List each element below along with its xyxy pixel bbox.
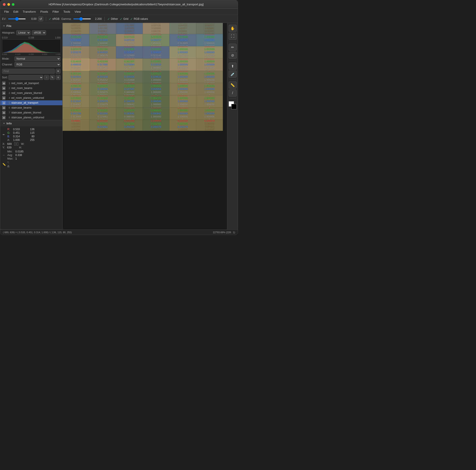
maximize-button[interactable] [12, 3, 15, 6]
image-area[interactable]: 0.30757 0.521115 0.533276 0.539479 0.539… [63, 23, 227, 229]
histogram-max: 1.000 [55, 36, 61, 39]
mode-select[interactable]: Normal Tonemap [15, 56, 61, 61]
pixel-cell-7-5: 1.000000 1.000000 1.000000 1.000000 1 [170, 108, 196, 120]
layer-item-7[interactable]: ▣ 7 staircase_planes_blurred [0, 110, 62, 115]
mode-label: Mode: [2, 57, 13, 60]
pixel-cell-4-2: 0.313989 0.274677 0.250158 0.254152 0.22… [89, 71, 116, 83]
info-angle-row: 📏 °: Δ: [2, 161, 60, 168]
tool-divider-3 [229, 80, 236, 80]
menu-filter[interactable]: Filter [50, 10, 61, 14]
layer-item-1[interactable]: ▣ 1 red_room_all_transport [0, 81, 62, 86]
menu-view[interactable]: View [72, 10, 83, 14]
gamma-slider[interactable] [73, 18, 91, 19]
h-label: H: [19, 146, 22, 149]
pixel-cell: 0.507486 0.344520 0.462077 0.456841 0.46… [170, 23, 196, 34]
pixel-cell-4-3: 0.215861 0.208637 0.155926 0.132868 0.13… [116, 71, 143, 83]
statusbar: ( 689, 639) = ( 0.533, 0.451, 0.314, 1.0… [0, 229, 238, 235]
axis-05: 0.250 [29, 53, 34, 55]
axis-0: 0.000 [2, 53, 7, 55]
find-clear-button[interactable]: ✕ [56, 69, 61, 74]
minimize-button[interactable] [7, 3, 10, 6]
pixel-cell-3-5: 1.000000 1.000000 1.000000 1.000000 1.00… [170, 59, 196, 71]
menu-edit[interactable]: Edit [11, 10, 20, 14]
rgb-values-toggle[interactable]: ✓ RGB values [130, 17, 148, 21]
pixel-cell-4-6: 1 1.000000 1.000000 1.000000 1.000000 [196, 71, 223, 83]
pan-tool-button[interactable]: ✋ [229, 25, 237, 32]
ev-slider[interactable] [8, 18, 26, 19]
close-button[interactable] [3, 3, 6, 6]
min-value: 0.0185 [15, 150, 29, 153]
menu-pixels[interactable]: Pixels [38, 10, 50, 14]
sort-row: Sort: ↑ ✎ ≡ [0, 75, 62, 81]
zoom-fit-button[interactable]: ⛶ [229, 33, 237, 40]
pixel-cell: 0.507486 0.462077 0.456841 0.462077 0.50… [196, 23, 223, 34]
layer-item-8[interactable]: ▣ 8 staircase_planes_unblurred [0, 115, 62, 120]
menu-tools[interactable]: Tools [61, 10, 72, 14]
eraser-tool-button[interactable]: ⊘ [229, 52, 237, 59]
pixel-cell-2-5: 1.000000 1.000000 1.000000 1.000000 1.00… [170, 46, 196, 59]
tool-divider-2 [229, 61, 236, 61]
layer-visibility-icon-5: ▣ [2, 101, 6, 105]
find-input[interactable] [2, 69, 55, 74]
histogram-label: Histogram: [2, 31, 15, 34]
srgb-toggle[interactable]: ✓ sRGB [49, 17, 59, 21]
info-collapse-icon: ▼ [3, 122, 5, 125]
status-zoom: 22793.69% (228 : 1) [213, 231, 235, 234]
rgb-check-icon: ✓ [130, 17, 133, 21]
sort-asc-button[interactable]: ↑ [44, 75, 49, 80]
axis-025: 0.125 [15, 53, 20, 55]
menu-transform[interactable]: Transform [20, 10, 38, 14]
histogram-controls: Histogram: Linear Log sRGB Linear [0, 29, 62, 36]
layer-item-3[interactable]: ▣ 3 red_room_planes_blurred [0, 91, 62, 96]
grid-check-icon: ✓ [120, 17, 122, 21]
info-section-header[interactable]: ▼ Info [0, 120, 62, 126]
sort-edit-button[interactable]: ✎ [50, 75, 55, 80]
line-button[interactable]: / [229, 89, 237, 97]
histogram-mode-select[interactable]: Linear Log [16, 30, 31, 35]
delta-value [13, 165, 27, 168]
pixel-cell-4-4: 0.116971 0.107023 0.104616 1.000000 1.00… [143, 71, 170, 83]
b-int: 80 [26, 135, 34, 138]
dither-toggle[interactable]: ✓ Dither [107, 17, 118, 21]
pixel-cell-7-6: 1 1.000000 1.000000 1.000000 1 [196, 108, 223, 120]
histogram-min: 0.019 [2, 36, 8, 39]
layer-item-6[interactable]: ▣ 6 staircase_beams [0, 105, 62, 110]
upload-button[interactable]: ⬆ [229, 63, 237, 70]
x-value: 689 [7, 142, 12, 146]
layer-item-2[interactable]: ▣ 2 red_room_beams [0, 86, 62, 91]
file-section: ▼ File Histogram: Linear Log sRGB Linear [0, 23, 62, 120]
g-float: 0.451 [13, 131, 24, 134]
sort-menu-button[interactable]: ≡ [56, 75, 61, 80]
layer-visibility-icon-2: ▣ [2, 86, 6, 90]
y-value: 639 [7, 146, 12, 149]
pixel-cell-8-2: 0.191202 0.201556 0.215861 0.198069 [89, 120, 116, 131]
status-pixel-info: ( 689, 639) = ( 0.533, 0.451, 0.314, 1.0… [3, 231, 72, 234]
ev-reset-button[interactable]: ↺ [38, 16, 43, 21]
dither-label: Dither [111, 17, 118, 20]
ruler-icon: 📏 [2, 163, 6, 166]
eyedropper-button[interactable]: 💉 [229, 71, 237, 78]
app-window: HDRView [/Users/wjarosz/Dropbox (Dartmou… [0, 0, 238, 235]
pixel-cell-8-1: 0.44981 0.318822 0.301098 0.313989 [63, 120, 89, 131]
pixel-cell-8-3: 0.201556 0.201556 0.201556 0.205079 [116, 120, 143, 131]
layer-item-5[interactable]: ▣ 5 staircase_all_transport [0, 100, 62, 105]
sort-select[interactable] [8, 75, 43, 80]
pencil-tool-button[interactable]: ✏ [229, 44, 237, 51]
channel-select[interactable]: RGB Red Green Blue Alpha [15, 62, 61, 67]
pixel-cell-2-1: 0.345725 0.539479 0.533276 0.533276 0.56… [63, 46, 89, 59]
g-label: G: [7, 131, 12, 134]
menu-file[interactable]: File [2, 10, 11, 14]
histogram-space-select[interactable]: sRGB Linear [32, 30, 46, 35]
tool-divider-1 [229, 42, 236, 42]
layer-name-6: staircase_beams [11, 106, 61, 109]
layer-visibility-icon-1: ▣ [2, 81, 6, 85]
grid-toggle[interactable]: ✓ Grid [120, 17, 128, 21]
eyedropper-icon: ✒ [2, 133, 6, 136]
toolbar: EV: 0.00 ↺ ✓ sRGB Gamma: 2.200 ✓ Dither … [0, 15, 238, 23]
layer-item-4[interactable]: ▣ 4 ed_room_planes_unblurred [0, 96, 62, 100]
pixel-cell-2-3: 0.318547 0.313989 0.318547 0.313989 0.32… [116, 46, 143, 59]
file-section-header[interactable]: ▼ File [0, 23, 62, 29]
ruler-button[interactable]: 📏 [229, 81, 237, 89]
pixel-row-top: 0.30757 0.521115 0.533276 0.539479 0.539… [63, 23, 227, 34]
background-color[interactable] [231, 104, 237, 109]
